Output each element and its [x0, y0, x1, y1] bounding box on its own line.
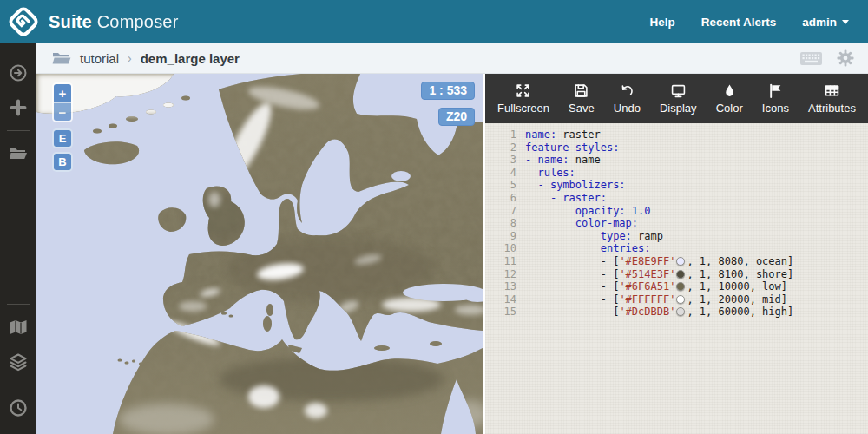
- color-swatch[interactable]: [676, 295, 685, 304]
- code-text: rules:: [525, 167, 575, 180]
- line-number: 1: [485, 128, 525, 141]
- breadcrumb-current: dem_large layer: [141, 51, 240, 66]
- toolbar-button-label: Icons: [762, 102, 789, 115]
- breadcrumb: tutorial › dem_large layer: [36, 43, 868, 74]
- code-text: - ['#DcDBDB', 1, 60000, high]: [525, 306, 793, 319]
- nav-link-label: Recent Alerts: [701, 16, 777, 29]
- app-title: Suite Composer: [49, 12, 179, 32]
- attributes-icon: [825, 83, 839, 98]
- keyboard-shortcuts-icon[interactable]: [799, 51, 823, 66]
- color-swatch[interactable]: [676, 257, 685, 266]
- color-swatch[interactable]: [676, 282, 685, 291]
- folder-icon: [52, 50, 71, 66]
- code-text: - ['#6F6A51', 1, 10000, low]: [525, 280, 787, 293]
- code-line: 2feature-styles:: [485, 141, 868, 155]
- code-line: 15 - ['#DcDBDB', 1, 60000, high]: [485, 306, 868, 319]
- code-text: opacity: 1.0: [525, 205, 651, 218]
- layers-icon[interactable]: [9, 352, 28, 372]
- yaml-style-editor[interactable]: 1name: raster2feature-styles:3- name: na…: [485, 123, 868, 434]
- sidebar-divider: [7, 385, 30, 385]
- zoom-in-button[interactable]: +: [54, 84, 71, 102]
- toolbar-button-label: Fullscreen: [497, 102, 549, 115]
- code-line: 5 - symbolizers:: [485, 179, 868, 192]
- sidebar-divider: [7, 130, 30, 131]
- dem-basemap: [36, 74, 483, 434]
- code-line: 13 - ['#6F6A51', 1, 10000, low]: [485, 280, 868, 293]
- code-line: 12 - ['#514E3F', 1, 8100, shore]: [485, 268, 868, 281]
- code-line: 6 - raster:: [485, 192, 868, 205]
- map-zoom-control: + −: [52, 82, 73, 122]
- toolbar-button-label: Display: [660, 102, 697, 115]
- map-canvas[interactable]: + − E B 1 : 533 Z20: [36, 74, 483, 434]
- editor-toolbar: FullscreenSaveUndoDisplayColorIconsAttri…: [485, 74, 868, 123]
- map-icon[interactable]: [9, 318, 28, 337]
- code-text: type: ramp: [525, 230, 663, 243]
- code-line: 3- name: name: [485, 154, 868, 167]
- caret-down-icon: [842, 20, 849, 24]
- suite-logo-icon: [7, 5, 40, 38]
- nav-link-recent-alerts[interactable]: Recent Alerts: [701, 16, 777, 29]
- code-line: 4 rules:: [485, 167, 868, 180]
- code-text: - symbolizers:: [525, 179, 626, 192]
- color-swatch[interactable]: [676, 270, 685, 279]
- plus-icon[interactable]: [9, 98, 28, 117]
- code-line: 9 type: ramp: [485, 230, 868, 243]
- undo-button[interactable]: Undo: [608, 80, 646, 118]
- clock-icon[interactable]: [9, 398, 28, 418]
- scale-badge[interactable]: 1 : 533: [421, 82, 475, 100]
- icons-button[interactable]: Icons: [757, 80, 794, 118]
- line-number: 3: [485, 154, 525, 167]
- code-line: 1name: raster: [485, 128, 868, 141]
- save-button[interactable]: Save: [563, 80, 600, 118]
- line-number: 2: [485, 141, 525, 155]
- color-icon: [722, 83, 737, 98]
- nav-link-admin[interactable]: admin: [802, 16, 849, 29]
- settings-gear-icon[interactable]: [837, 49, 854, 67]
- left-sidebar: [0, 43, 36, 434]
- color-swatch[interactable]: [676, 307, 685, 316]
- code-text: color-map:: [525, 217, 638, 230]
- breadcrumb-parent-link[interactable]: tutorial: [80, 51, 119, 66]
- code-text: - raster:: [525, 192, 607, 205]
- line-number: 11: [485, 255, 525, 268]
- line-number: 12: [485, 268, 525, 281]
- code-line: 7 opacity: 1.0: [485, 205, 868, 218]
- attributes-button[interactable]: Attributes: [803, 80, 861, 118]
- line-number: 14: [485, 293, 525, 306]
- display-icon: [671, 83, 686, 98]
- line-number: 5: [485, 179, 525, 192]
- fullscreen-button[interactable]: Fullscreen: [492, 80, 555, 118]
- line-number: 7: [485, 205, 525, 218]
- flag-icon: [768, 83, 783, 98]
- breadcrumb-separator: ›: [128, 51, 132, 65]
- code-line: 10 entries:: [485, 242, 868, 255]
- toolbar-button-label: Attributes: [808, 102, 856, 115]
- save-icon: [574, 83, 589, 98]
- code-text: - ['#E8E9FF', 1, 8080, ocean]: [525, 255, 793, 268]
- toolbar-button-label: Save: [569, 102, 595, 115]
- line-number: 13: [485, 280, 525, 293]
- top-nav: HelpRecent Alertsadmin: [649, 16, 868, 29]
- nav-link-help[interactable]: Help: [649, 16, 674, 29]
- color-button[interactable]: Color: [711, 80, 748, 118]
- fullscreen-icon: [516, 83, 530, 98]
- arrow-circle-right-icon[interactable]: [9, 63, 28, 82]
- code-text: - ['#514E3F', 1, 8100, shore]: [525, 268, 793, 281]
- undo-icon: [620, 83, 635, 98]
- code-text: feature-styles:: [525, 141, 619, 155]
- toolbar-button-label: Color: [716, 102, 743, 115]
- folder-open-icon[interactable]: [9, 144, 28, 163]
- zoom-out-button[interactable]: −: [54, 102, 71, 121]
- basemap-button[interactable]: B: [52, 152, 73, 172]
- line-number: 15: [485, 306, 525, 319]
- nav-link-label: admin: [802, 16, 837, 29]
- edit-mode-button[interactable]: E: [52, 128, 73, 148]
- line-number: 8: [485, 217, 525, 230]
- zoom-level-badge[interactable]: Z20: [438, 108, 475, 126]
- line-number: 9: [485, 230, 525, 243]
- code-text: name: raster: [525, 128, 601, 141]
- display-button[interactable]: Display: [654, 80, 702, 118]
- nav-link-label: Help: [649, 16, 674, 29]
- style-editor-panel: FullscreenSaveUndoDisplayColorIconsAttri…: [483, 74, 868, 434]
- code-text: - ['#FFFFFF', 1, 20000, mid]: [525, 293, 787, 306]
